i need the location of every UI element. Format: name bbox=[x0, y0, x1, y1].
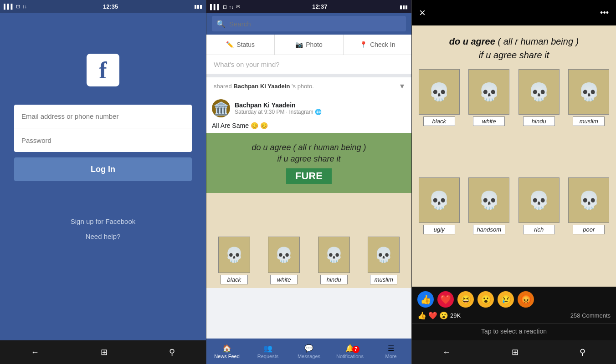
skeleton-cell-hindu: 💀 hindu bbox=[310, 237, 358, 284]
reactions-count: 29K bbox=[450, 312, 461, 319]
signup-link[interactable]: Sign up for Facebook bbox=[71, 217, 136, 225]
skeleton-cell-muslim: 💀 muslim bbox=[360, 237, 408, 284]
viewer-figure-white: 💀 bbox=[468, 69, 509, 115]
post-meta: Bachpan Ki Yaadein Saturday at 9:30 PM ·… bbox=[235, 101, 406, 115]
battery-icon: ▮▮▮ bbox=[194, 4, 202, 10]
email-field[interactable] bbox=[14, 105, 192, 128]
viewer-photo: do u agree ( all r human being )if u agr… bbox=[412, 25, 616, 287]
viewer-figure-rich: 💀 bbox=[518, 177, 560, 223]
photo-icon: 📷 bbox=[295, 41, 303, 48]
reactions-left: 👍 ❤️ 😮 29K bbox=[417, 311, 461, 320]
viewer-label-black: black bbox=[423, 116, 455, 126]
viewer-label-poor: poor bbox=[573, 225, 605, 234]
viewer-search-icon[interactable]: ⚲ bbox=[580, 347, 585, 357]
viewer-label-ugly: ugly bbox=[423, 225, 455, 234]
more-label: More bbox=[385, 354, 396, 359]
bottom-nav: 🏠 News Feed 👥 Requests 💬 Messages 🔔 7 No… bbox=[206, 339, 411, 364]
skeleton-cell-white: 💀 white bbox=[260, 237, 308, 284]
requests-icon: 👥 bbox=[263, 344, 272, 353]
wow-reaction[interactable]: 😮 bbox=[477, 291, 494, 308]
login-links: Sign up for Facebook Need help? bbox=[71, 217, 136, 240]
haha-icon: 😆 bbox=[460, 294, 472, 305]
login-status-bar: ▌▌▌ ⊡ ↑↓ 12:35 ▮▮▮ bbox=[0, 0, 206, 13]
home-icon[interactable]: ⊞ bbox=[101, 347, 108, 357]
search-input[interactable] bbox=[229, 20, 401, 28]
search-input-wrap[interactable]: 🔍 bbox=[212, 16, 406, 31]
notifications-label: Notifications bbox=[336, 354, 364, 359]
viewer-skeleton-muslim: 💀 muslim bbox=[565, 69, 613, 175]
comments-count: 258 Comments bbox=[570, 312, 611, 319]
viewer-home-icon[interactable]: ⊞ bbox=[512, 347, 518, 357]
checkin-button[interactable]: 📍 Check In bbox=[344, 35, 411, 55]
viewer-figure-muslim: 💀 bbox=[568, 69, 609, 115]
viewer-panel: × ••• do u agree ( all r human being )if… bbox=[412, 0, 616, 364]
feed-msg-icon: ✉ bbox=[236, 4, 240, 10]
post-author: Bachpan Ki Yaadein bbox=[235, 101, 406, 109]
newsfeed-icon: 🏠 bbox=[222, 344, 231, 353]
feed-panel: ▌▌▌ ⊡ ↑↓ ✉ 12:37 ▮▮▮ 🔍 ✏️ Status 📷 Photo… bbox=[206, 0, 412, 364]
data-icon: ↑↓ bbox=[22, 4, 27, 9]
signal-icon: ▌▌▌ bbox=[4, 4, 14, 9]
fb-logo: f bbox=[87, 54, 119, 86]
status-button[interactable]: ✏️ Status bbox=[206, 35, 275, 55]
angry-icon: 😡 bbox=[520, 294, 532, 305]
post-card: 🏛️ Bachpan Ki Yaadein Saturday at 9:30 P… bbox=[206, 95, 411, 288]
post-body: All Are Same 😊 😊 bbox=[206, 122, 411, 133]
post-avatar: 🏛️ bbox=[212, 99, 230, 117]
viewer-figure-handsom: 💀 bbox=[468, 177, 509, 223]
watermark: FURE bbox=[286, 168, 332, 184]
nav-requests[interactable]: 👥 Requests bbox=[247, 344, 288, 359]
status-icon: ✏️ bbox=[226, 41, 234, 48]
notifications-badge: 7 bbox=[352, 346, 359, 353]
login-status-icons-left: ▌▌▌ ⊡ ↑↓ bbox=[4, 4, 27, 10]
search-bar: 🔍 bbox=[206, 13, 411, 35]
viewer-skeleton-ugly: 💀 ugly bbox=[416, 177, 463, 283]
post-actions-bar: ✏️ Status 📷 Photo 📍 Check In bbox=[206, 35, 411, 55]
close-icon[interactable]: × bbox=[419, 6, 426, 19]
chevron-down-icon[interactable]: ▾ bbox=[400, 81, 404, 91]
skeleton-figure: 💀 bbox=[218, 237, 250, 273]
feed-status-bar: ▌▌▌ ⊡ ↑↓ ✉ 12:37 ▮▮▮ bbox=[206, 0, 411, 13]
reaction-wow-mini: 😮 bbox=[439, 311, 448, 320]
post-image[interactable]: do u agree ( all r human being ) if u ag… bbox=[206, 133, 411, 288]
requests-label: Requests bbox=[257, 354, 278, 359]
viewer-back-icon[interactable]: ← bbox=[442, 348, 451, 357]
viewer-figure-poor: 💀 bbox=[568, 177, 609, 223]
sad-reaction[interactable]: 😢 bbox=[498, 291, 514, 308]
angry-reaction[interactable]: 😡 bbox=[518, 291, 534, 308]
nav-messages[interactable]: 💬 Messages bbox=[288, 344, 329, 359]
viewer-agree-text: do u agree ( all r human being )if u agr… bbox=[416, 35, 611, 62]
login-button[interactable]: Log In bbox=[14, 157, 192, 181]
agree-text-1: do u agree ( all r human being ) if u ag… bbox=[216, 142, 402, 165]
love-icon: ❤️ bbox=[440, 294, 452, 305]
like-reaction[interactable]: 👍 bbox=[417, 291, 434, 308]
nav-notifications[interactable]: 🔔 7 Notifications bbox=[329, 344, 370, 359]
whats-on-your-mind[interactable]: What's on your mind? bbox=[206, 55, 411, 77]
checkin-icon: 📍 bbox=[359, 41, 367, 48]
feed-status-icons-left: ▌▌▌ ⊡ ↑↓ ✉ bbox=[210, 2, 240, 10]
haha-reaction[interactable]: 😆 bbox=[457, 291, 474, 308]
messages-icon: 💬 bbox=[304, 344, 313, 353]
viewer-skeleton-rich: 💀 rich bbox=[515, 177, 563, 283]
login-bottom-bar: ← ⊞ ⚲ bbox=[0, 340, 206, 364]
reaction-heart-mini: ❤️ bbox=[428, 311, 437, 320]
back-icon[interactable]: ← bbox=[31, 348, 39, 357]
viewer-label-muslim: muslim bbox=[573, 116, 605, 126]
password-field[interactable] bbox=[14, 128, 192, 152]
photo-button[interactable]: 📷 Photo bbox=[275, 35, 343, 55]
feed-battery-icon: ▮▮▮ bbox=[400, 4, 408, 10]
viewer-topbar: × ••• bbox=[412, 0, 616, 25]
feed-signal-icon: ▌▌▌ bbox=[210, 4, 221, 10]
tap-to-select[interactable]: Tap to select a reaction bbox=[412, 324, 616, 340]
search-icon[interactable]: ⚲ bbox=[169, 347, 175, 357]
login-form: Log In bbox=[14, 105, 192, 181]
viewer-photo-header: do u agree ( all r human being )if u agr… bbox=[412, 25, 616, 66]
nav-more[interactable]: ☰ More bbox=[370, 344, 411, 359]
love-reaction[interactable]: ❤️ bbox=[437, 291, 454, 308]
feed-data-icon: ↑↓ bbox=[229, 4, 234, 10]
nav-newsfeed[interactable]: 🏠 News Feed bbox=[206, 344, 247, 359]
help-link[interactable]: Need help? bbox=[86, 233, 121, 240]
more-options-icon[interactable]: ••• bbox=[600, 8, 609, 18]
reactions-bar: 👍 ❤️ 😆 😮 😢 😡 bbox=[412, 287, 616, 309]
skeleton-label-muslim: muslim bbox=[370, 275, 397, 284]
